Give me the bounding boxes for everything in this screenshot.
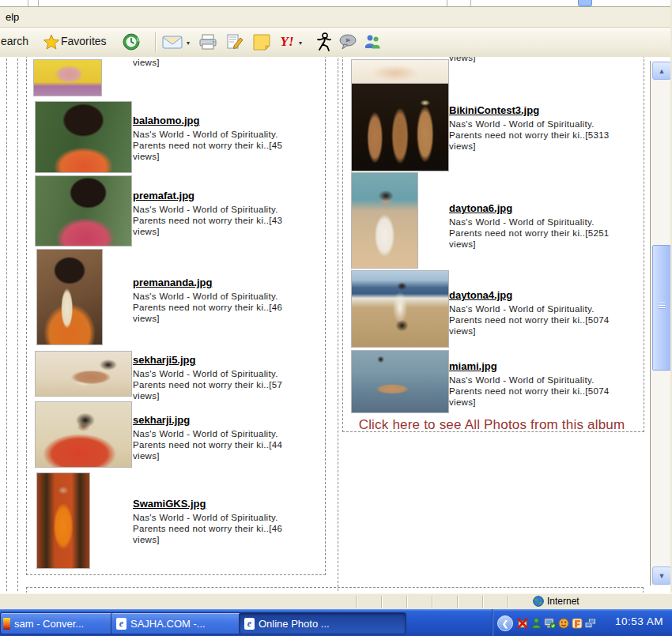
address-bar-sliver (0, 0, 672, 7)
all-photos-link[interactable]: Click here to see All Photos from this a… (342, 417, 641, 433)
vertical-scrollbar[interactable]: ▲ ▼ (650, 61, 671, 585)
task-button-online-photo[interactable]: e Online Photo ... (239, 612, 406, 634)
photo-link-miami[interactable]: miami.jpg (449, 360, 497, 372)
browser-toolbar: earch Favorites ▾ Y! ▾ (0, 28, 672, 58)
statusbar-divider (356, 596, 357, 608)
photo-text-premafat: premafat.jpg Nas's World - World of Spir… (133, 188, 282, 237)
favorites-star-icon[interactable] (41, 32, 62, 52)
table-border (338, 58, 338, 591)
internet-zone-label: Internet (547, 596, 580, 607)
photo-link-sekharji5[interactable]: sekharji5.jpg (133, 354, 195, 366)
print-icon[interactable] (198, 32, 218, 52)
photo-desc-line: Parents need not worry their ki..[44 (133, 439, 282, 450)
photo-desc-line: views] (133, 313, 282, 324)
thumb-premananda[interactable] (36, 249, 103, 345)
yahoo-icon[interactable]: Y! (277, 32, 297, 52)
thumb-sekharji5[interactable] (35, 351, 132, 397)
photo-desc-line: Nas's World - World of Spirituality. (449, 303, 610, 314)
photo-text-daytona4: daytona4.jpg Nas's World - World of Spir… (449, 288, 610, 337)
photo-link-sekharji[interactable]: sekharji.jpg (133, 414, 190, 426)
photo-desc-line: views] (449, 239, 610, 250)
thumb-balahomo[interactable] (35, 101, 132, 173)
internet-explorer-icon: e (244, 618, 255, 630)
aim-icon[interactable] (313, 32, 334, 52)
taskbar: sam - Conver... e SAJHA.COM -... e Onlin… (0, 609, 672, 636)
search-button-label[interactable]: earch (1, 35, 28, 47)
toolbar-separator (155, 32, 157, 52)
menu-help-partial[interactable]: elp (2, 10, 22, 24)
thumb-premafat[interactable] (35, 175, 132, 246)
photo-link-premafat[interactable]: premafat.jpg (133, 190, 194, 201)
tray-flashget-icon[interactable] (571, 617, 583, 629)
scroll-up-button[interactable]: ▲ (652, 62, 671, 80)
tray-messenger-status-icon[interactable] (557, 617, 569, 629)
status-bar: Internet (0, 593, 672, 610)
photo-desc-line: Parents need not worry their ki..[5074 (449, 386, 610, 397)
photo-text-sekharji5: sekharji5.jpg Nas's World - World of Spi… (133, 352, 282, 401)
menu-bar: elp (0, 7, 672, 28)
favorites-button-label[interactable]: Favorites (61, 35, 107, 47)
mail-icon[interactable] (162, 32, 183, 52)
photo-text-sekharji: sekharji.jpg Nas's World - World of Spir… (133, 412, 282, 461)
photo-desc-line: Nas's World - World of Spirituality. (133, 291, 282, 302)
mail-dropdown-caret[interactable]: ▾ (187, 40, 190, 47)
photo-desc-line: Parents need not worry their ki..[5074 (449, 314, 610, 326)
discuss-icon[interactable] (338, 32, 358, 52)
photo-link-swamigks[interactable]: SwamiGKS.jpg (133, 498, 206, 510)
photo-desc-line: views] (133, 450, 282, 461)
system-tray: ❮ 10:53 AM (492, 609, 672, 636)
go-button-fragment (578, 0, 592, 6)
thumb-partial-left[interactable] (33, 59, 102, 96)
photo-desc-line: Parents need not worry their ki..[43 (133, 215, 282, 226)
tray-network-icon[interactable] (584, 617, 596, 629)
photo-text-premananda: premananda.jpg Nas's World - World of Sp… (133, 275, 282, 324)
photo-desc-line: views] (133, 534, 282, 545)
thumb-daytona6[interactable] (351, 172, 418, 269)
photo-desc-line: Nas's World - World of Spirituality. (449, 119, 610, 130)
table-border (6, 58, 7, 591)
photo-desc-line: Nas's World - World of Spirituality. (133, 428, 282, 439)
photo-text-swamigks: SwamiGKS.jpg Nas's World - World of Spir… (133, 496, 282, 545)
history-icon[interactable] (121, 32, 142, 52)
photo-desc-line: Parents need not worry their ki..[45 (133, 140, 282, 151)
photo-desc-line: Parents need not worry their ki..[5251 (449, 228, 610, 239)
yahoo-dropdown-caret[interactable]: ▾ (299, 40, 302, 47)
statusbar-divider (508, 596, 509, 608)
taskbar-clock: 10:53 AM (615, 615, 663, 627)
edit-icon[interactable] (225, 32, 245, 52)
photo-link-daytona6[interactable]: daytona6.jpg (449, 202, 512, 214)
photo-text-bikinicontest3: BikiniContest3.jpg Nas's World - World o… (449, 103, 610, 152)
thumb-miami[interactable] (351, 350, 449, 413)
photo-desc-line: Parents need not worry their ki..[5313 (449, 130, 610, 141)
task-button-sam-conversation[interactable]: sam - Conver... (0, 612, 114, 634)
photo-text-daytona6: daytona6.jpg Nas's World - World of Spir… (449, 201, 610, 250)
tray-error-icon[interactable] (516, 617, 528, 629)
statusbar-divider (482, 596, 484, 608)
scrollbar-thumb[interactable] (652, 245, 671, 371)
task-button-sajha[interactable]: e SAJHA.COM -... (111, 612, 242, 634)
photo-link-daytona4[interactable]: daytona4.jpg (449, 289, 512, 301)
photo-desc-line: Parents need not worry their ki..[46 (133, 523, 282, 534)
scroll-down-button[interactable]: ▼ (652, 566, 671, 585)
thumb-daytona4[interactable] (351, 270, 449, 348)
tray-buddy-icon[interactable] (530, 617, 542, 629)
tray-security-update-icon[interactable] (544, 617, 556, 629)
thumb-sekharji[interactable] (35, 401, 132, 468)
msn-messenger-icon[interactable] (362, 32, 383, 52)
table-border (17, 58, 18, 591)
tray-collapse-chevron[interactable]: ❮ (497, 615, 513, 631)
photo-link-balahomo[interactable]: balahomo.jpg (133, 115, 200, 126)
photo-desc-line: views] (449, 326, 610, 337)
photo-link-bikinicontest3[interactable]: BikiniContest3.jpg (449, 104, 539, 116)
next-album-panel (26, 587, 644, 593)
divider (470, 0, 471, 6)
app-icon (3, 618, 10, 630)
thumb-bikinicontest3[interactable] (351, 83, 449, 171)
photo-desc-line: views] (133, 151, 282, 162)
thumb-partial-right[interactable] (351, 59, 449, 85)
notes-icon[interactable] (251, 32, 272, 52)
task-button-label: SAJHA.COM -... (130, 618, 206, 630)
photo-link-premananda[interactable]: premananda.jpg (133, 277, 212, 288)
statusbar-divider (406, 596, 408, 608)
thumb-swamigks[interactable] (36, 472, 90, 569)
